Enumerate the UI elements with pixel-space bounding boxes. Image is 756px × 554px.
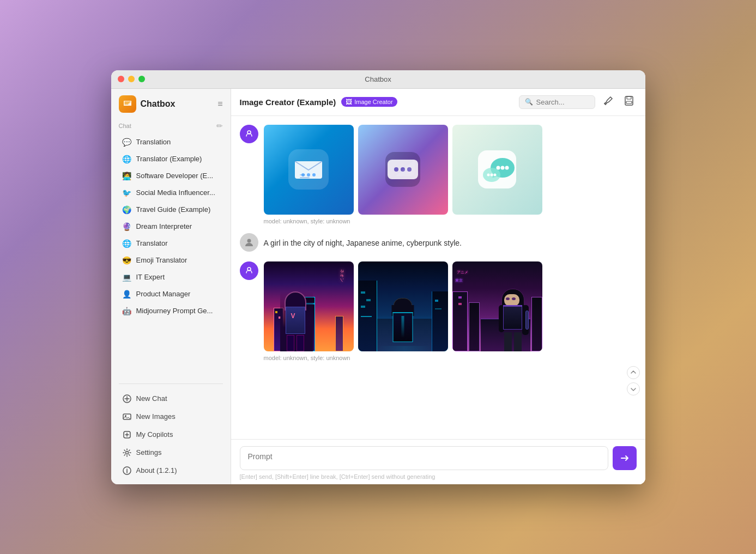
search-box[interactable]: 🔍 <box>519 95 595 109</box>
svg-rect-8 <box>625 96 633 105</box>
new-chat-button[interactable]: New Chat <box>114 390 227 407</box>
sidebar-item-midjourney[interactable]: 🤖 Midjourney Prompt Ge... <box>114 303 227 319</box>
svg-rect-10 <box>626 101 632 104</box>
midjourney-icon: 🤖 <box>122 306 132 316</box>
scroll-up-button[interactable] <box>627 366 640 379</box>
ai-message-1: model: unknown, style: unknown <box>264 125 637 224</box>
app-icon <box>119 95 136 113</box>
about-label: About (1.2.1) <box>136 466 177 474</box>
new-chat-icon <box>122 394 132 404</box>
image-grid-1 <box>264 125 637 215</box>
ai-message-2: V ネオン <box>264 261 637 361</box>
save-button[interactable] <box>621 93 637 111</box>
svg-point-30 <box>247 239 251 242</box>
chat-area[interactable]: model: unknown, style: unknown A girl in… <box>231 116 645 439</box>
image-creator-badge: 🖼 Image Creator <box>341 97 397 107</box>
main-header: Image Creator (Example) 🖼 Image Creator … <box>231 89 645 116</box>
social-media-icon: 🐦 <box>122 188 132 198</box>
my-copilots-button[interactable]: My Copilots <box>114 426 227 443</box>
image-meta-1: model: unknown, style: unknown <box>264 218 637 224</box>
svg-point-3 <box>125 415 126 417</box>
main-content: Image Creator (Example) 🖼 Image Creator … <box>231 89 645 484</box>
maximize-button[interactable] <box>138 76 145 82</box>
user-message: A girl in the city of night, Japanese an… <box>264 233 637 253</box>
close-button[interactable] <box>118 76 124 82</box>
page-title: Image Creator (Example) <box>240 98 336 107</box>
message-row-user: A girl in the city of night, Japanese an… <box>240 233 637 253</box>
sidebar-divider <box>119 383 223 384</box>
sidebar-item-label: Product Manager <box>136 290 191 298</box>
sidebar-item-it-expert[interactable]: 💻 IT Expert <box>114 269 227 285</box>
image-meta-2: model: unknown, style: unknown <box>264 355 637 361</box>
new-chat-icon-btn[interactable]: ✏ <box>216 121 223 130</box>
send-button[interactable] <box>613 446 637 470</box>
dream-icon: 🔮 <box>122 222 132 232</box>
svg-point-28 <box>491 174 493 176</box>
sidebar-item-translator[interactable]: 🌐 Translator <box>114 235 227 252</box>
sidebar-item-label: Travel Guide (Example) <box>136 205 211 214</box>
message-row-ai-1: model: unknown, style: unknown <box>240 125 637 224</box>
window-controls <box>118 76 145 82</box>
image-card-2[interactable] <box>358 125 448 215</box>
translator-icon: 🌐 <box>122 239 132 248</box>
message-row-ai-2: V ネオン <box>240 261 637 361</box>
translation-icon: 💬 <box>122 137 132 147</box>
svg-point-18 <box>394 167 398 172</box>
badge-icon: 🖼 <box>346 98 352 106</box>
sidebar-item-product-manager[interactable]: 👤 Product Manager <box>114 286 227 302</box>
sidebar-item-dream-interpreter[interactable]: 🔮 Dream Interpreter <box>114 218 227 235</box>
chat-image-gradient <box>358 125 448 215</box>
about-button[interactable]: About (1.2.1) <box>114 462 227 479</box>
svg-point-15 <box>312 173 316 176</box>
settings-button[interactable]: Settings <box>114 444 227 461</box>
about-icon <box>122 466 132 476</box>
svg-point-23 <box>497 166 500 170</box>
chat-section-label: Chat ✏ <box>111 119 231 132</box>
new-chat-label: New Chat <box>136 394 167 403</box>
scroll-nav <box>627 366 640 395</box>
sidebar-menu-button[interactable]: ≡ <box>217 99 222 109</box>
sidebar: Chatbox ≡ Chat ✏ 💬 Translation 🌐 Transla… <box>111 89 231 484</box>
sidebar-item-emoji-translator[interactable]: 😎 Emoji Translator <box>114 252 227 269</box>
new-images-label: New Images <box>136 412 176 421</box>
sidebar-item-label: Translator <box>136 239 168 247</box>
image-card-1[interactable] <box>264 125 354 215</box>
minimize-button[interactable] <box>128 76 135 82</box>
anime-image-1[interactable]: V ネオン <box>264 261 354 351</box>
image-card-3[interactable] <box>452 125 542 215</box>
sidebar-item-label: Social Media Influencer... <box>136 188 215 197</box>
ai-avatar <box>240 125 258 143</box>
sidebar-item-social-media[interactable]: 🐦 Social Media Influencer... <box>114 185 227 201</box>
emoji-icon: 😎 <box>122 255 132 265</box>
sidebar-item-software-developer[interactable]: 👩‍💻 Software Developer (E... <box>114 168 227 184</box>
app-window: Chatbox Chatbox ≡ Chat ✏ <box>111 70 645 484</box>
translator-example-icon: 🌐 <box>122 154 132 164</box>
my-copilots-label: My Copilots <box>136 430 173 439</box>
anime-image-2[interactable] <box>358 261 448 351</box>
sidebar-bottom: New Chat New Images <box>111 387 231 484</box>
svg-point-5 <box>125 451 128 454</box>
sidebar-item-label: Dream Interpreter <box>136 222 192 230</box>
brush-button[interactable] <box>601 93 616 111</box>
copilots-icon <box>122 430 132 440</box>
svg-point-25 <box>505 166 509 170</box>
new-images-icon <box>122 412 132 422</box>
sidebar-item-travel-guide[interactable]: 🌍 Travel Guide (Example) <box>114 202 227 218</box>
new-images-button[interactable]: New Images <box>114 408 227 425</box>
sidebar-item-label: Software Developer (E... <box>136 172 214 180</box>
user-message-text: A girl in the city of night, Japanese an… <box>264 233 637 253</box>
svg-point-14 <box>307 173 310 176</box>
sidebar-header: Chatbox ≡ <box>111 95 231 119</box>
anime-image-3[interactable]: アニメ 東京 <box>452 261 542 351</box>
app-body: Chatbox ≡ Chat ✏ 💬 Translation 🌐 Transla… <box>111 89 645 484</box>
sidebar-item-translation[interactable]: 💬 Translation <box>114 134 227 150</box>
prompt-input[interactable] <box>240 446 608 470</box>
app-name-label: Chatbox <box>141 99 176 109</box>
scroll-down-button[interactable] <box>627 382 640 395</box>
sidebar-item-label: Translator (Example) <box>136 155 202 163</box>
sidebar-item-translator-example[interactable]: 🌐 Translator (Example) <box>114 151 227 167</box>
ai-avatar-2 <box>240 261 258 280</box>
image-grid-2: V ネオン <box>264 261 637 351</box>
sidebar-item-label: Translation <box>136 138 171 146</box>
search-input[interactable] <box>536 98 585 106</box>
